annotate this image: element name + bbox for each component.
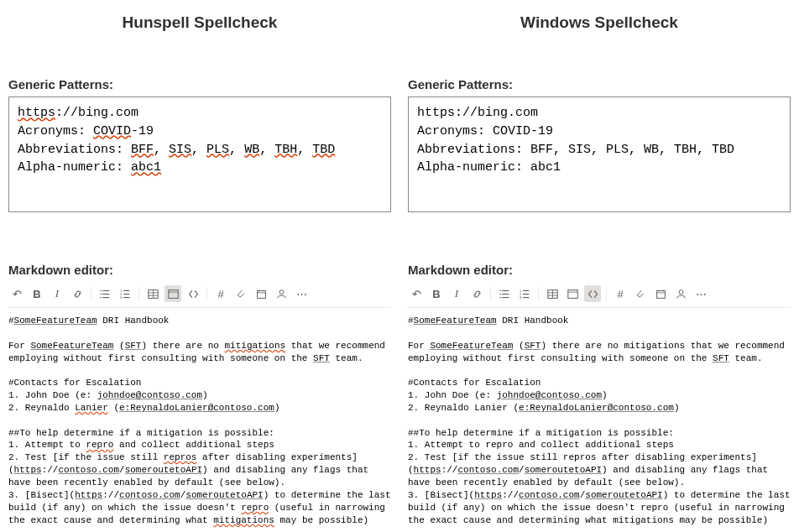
more-icon[interactable]: ⋯ — [293, 285, 310, 302]
code-view-icon[interactable] — [164, 285, 181, 302]
ordered-list-icon[interactable]: 123 — [516, 285, 533, 302]
editor-toolbar: ↶BI123#⋯ — [8, 282, 391, 308]
generic-patterns-box[interactable]: https://bing.com Acronyms: COVID-19 Abbr… — [8, 96, 391, 212]
code-view-icon[interactable] — [564, 285, 581, 302]
svg-point-26 — [499, 289, 501, 291]
toolbar-separator — [138, 287, 139, 300]
svg-rect-18 — [257, 290, 265, 298]
bold-icon[interactable]: B — [428, 285, 445, 302]
ordered-list-icon[interactable]: 123 — [117, 285, 133, 302]
calendar-icon[interactable] — [652, 285, 669, 302]
bold-icon[interactable]: B — [29, 285, 45, 302]
bullet-list-icon[interactable] — [97, 285, 113, 302]
column-title: Hunspell Spellcheck — [8, 13, 391, 32]
bullet-list-icon[interactable] — [496, 285, 513, 302]
toolbar-separator — [606, 287, 607, 300]
svg-point-3 — [100, 289, 102, 291]
table-icon[interactable] — [144, 285, 161, 302]
generic-patterns-box[interactable]: https://bing.com Acronyms: COVID-19 Abbr… — [408, 96, 791, 212]
mention-icon[interactable] — [273, 285, 290, 302]
svg-rect-39 — [567, 289, 577, 298]
link-icon[interactable] — [69, 285, 86, 302]
editor-toolbar: ↶BI123#⋯ — [408, 282, 791, 308]
toolbar-separator — [490, 287, 491, 300]
markdown-editor-label: Markdown editor: — [8, 263, 391, 277]
generic-patterns-label: Generic Patterns: — [408, 77, 791, 91]
svg-point-45 — [679, 289, 683, 294]
preview-icon[interactable] — [185, 285, 201, 302]
toolbar-separator — [206, 287, 207, 300]
italic-icon[interactable]: I — [448, 285, 465, 302]
svg-point-27 — [499, 293, 501, 295]
table-icon[interactable] — [544, 285, 561, 302]
attachment-icon[interactable] — [232, 285, 249, 302]
link-icon[interactable] — [468, 285, 485, 302]
markdown-editor-label: Markdown editor: — [408, 263, 791, 277]
svg-rect-16 — [168, 289, 177, 298]
svg-rect-41 — [656, 290, 665, 298]
more-icon[interactable]: ⋯ — [692, 285, 709, 302]
preview-icon[interactable] — [584, 285, 601, 302]
undo-icon[interactable]: ↶ — [408, 285, 425, 302]
svg-point-22 — [279, 289, 284, 294]
heading-icon[interactable]: # — [612, 285, 629, 302]
toolbar-separator — [91, 287, 91, 300]
markdown-editor-body[interactable]: #SomeFeatureTeam DRI Handbook For SomeFe… — [408, 315, 791, 532]
generic-patterns-label: Generic Patterns: — [8, 77, 391, 91]
column-title: Windows Spellcheck — [408, 13, 791, 32]
italic-icon[interactable]: I — [49, 285, 65, 302]
markdown-editor-body[interactable]: #SomeFeatureTeam DRI Handbook For SomeFe… — [8, 315, 391, 532]
toolbar-separator — [538, 287, 539, 300]
svg-point-4 — [100, 293, 102, 295]
attachment-icon[interactable] — [632, 285, 649, 302]
mention-icon[interactable] — [672, 285, 689, 302]
calendar-icon[interactable] — [253, 285, 269, 302]
svg-point-5 — [100, 296, 102, 298]
svg-point-28 — [499, 296, 501, 298]
svg-text:3: 3 — [520, 295, 522, 300]
undo-icon[interactable]: ↶ — [8, 285, 25, 302]
svg-text:3: 3 — [120, 295, 123, 300]
heading-icon[interactable]: # — [212, 285, 229, 302]
